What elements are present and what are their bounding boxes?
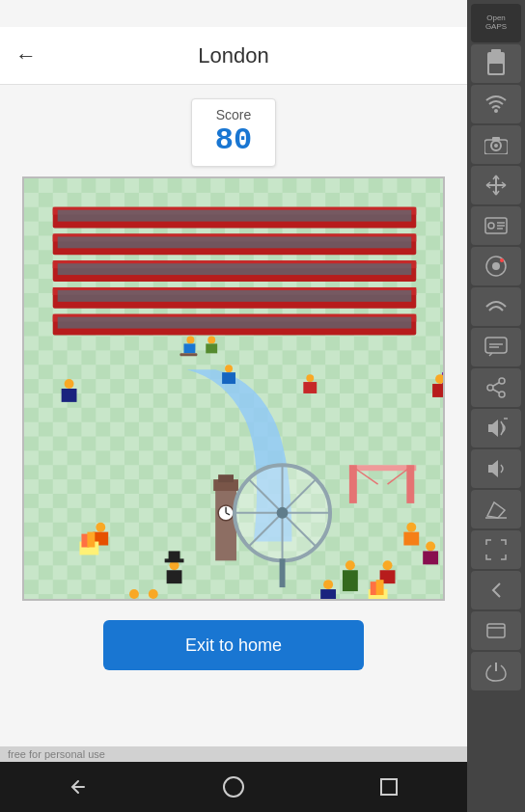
svg-rect-118 — [432, 384, 443, 397]
svg-rect-101 — [345, 560, 355, 570]
svg-rect-119 — [65, 379, 74, 389]
rp-recent-btn[interactable] — [471, 611, 521, 650]
back-button[interactable]: ← — [15, 43, 37, 68]
open-gaps-btn[interactable]: Open GAPS — [471, 4, 521, 42]
svg-point-12 — [494, 109, 498, 113]
svg-rect-88 — [167, 570, 182, 583]
svg-rect-105 — [406, 523, 416, 532]
svg-point-30 — [499, 392, 505, 397]
svg-rect-106 — [403, 532, 419, 546]
svg-rect-144 — [381, 779, 397, 795]
svg-rect-52 — [58, 290, 412, 302]
svg-rect-120 — [62, 389, 77, 402]
game-canvas — [22, 176, 445, 601]
rp-signal-btn[interactable] — [471, 287, 521, 326]
svg-point-143 — [224, 777, 243, 797]
svg-line-31 — [493, 383, 500, 387]
svg-rect-90 — [169, 551, 180, 560]
bottom-nav — [0, 762, 467, 812]
svg-rect-111 — [376, 580, 384, 595]
watermark: free for personal use — [0, 746, 467, 762]
rp-power-btn[interactable] — [471, 652, 521, 690]
svg-point-18 — [488, 223, 494, 229]
svg-line-32 — [493, 390, 500, 393]
rp-battery-btn[interactable] — [471, 44, 521, 83]
rp-share-btn[interactable] — [471, 368, 521, 407]
svg-rect-103 — [383, 560, 393, 570]
svg-rect-63 — [218, 474, 234, 482]
rp-id-btn[interactable] — [471, 206, 521, 245]
rp-rec-btn[interactable] — [471, 247, 521, 285]
rp-back-btn[interactable] — [471, 571, 521, 609]
svg-point-23 — [492, 262, 500, 270]
score-value: 80 — [215, 122, 252, 158]
svg-rect-102 — [343, 570, 358, 591]
rp-erase-btn[interactable] — [471, 490, 521, 528]
right-panel: Open GAPS — [467, 0, 525, 812]
nav-recent-button[interactable] — [365, 763, 413, 811]
svg-rect-100 — [320, 589, 336, 599]
svg-rect-123 — [186, 337, 194, 344]
svg-point-24 — [500, 258, 504, 262]
svg-rect-126 — [129, 589, 139, 599]
svg-rect-55 — [58, 317, 412, 329]
game-scene — [24, 178, 443, 599]
svg-rect-57 — [349, 465, 357, 503]
svg-rect-99 — [323, 580, 333, 589]
rp-vol-up-btn[interactable] — [471, 409, 521, 447]
svg-rect-75 — [222, 372, 235, 384]
svg-rect-107 — [426, 542, 435, 552]
main-content: ← London Score 80 — [0, 0, 467, 812]
svg-rect-49 — [58, 263, 412, 275]
score-box: Score 80 — [191, 98, 276, 167]
svg-rect-124 — [183, 343, 195, 353]
app-bar: ← London — [0, 27, 467, 85]
rp-vol-down-btn[interactable] — [471, 449, 521, 488]
score-label: Score — [215, 107, 252, 122]
svg-rect-85 — [149, 589, 158, 599]
svg-point-29 — [487, 385, 493, 391]
svg-rect-61 — [215, 484, 236, 560]
svg-rect-43 — [58, 210, 412, 222]
svg-rect-58 — [406, 465, 414, 503]
rp-move-btn[interactable] — [471, 166, 521, 204]
svg-rect-121 — [207, 337, 215, 344]
svg-rect-80 — [96, 523, 105, 532]
svg-rect-77 — [303, 382, 317, 393]
svg-rect-108 — [423, 551, 438, 564]
exit-to-home-button[interactable]: Exit to home — [103, 620, 364, 670]
svg-rect-74 — [225, 365, 233, 372]
svg-rect-46 — [58, 236, 412, 248]
svg-point-28 — [499, 378, 505, 384]
nav-home-button[interactable] — [209, 763, 258, 811]
svg-point-14 — [494, 144, 498, 148]
nav-back-button[interactable] — [54, 763, 102, 811]
svg-rect-16 — [492, 137, 500, 141]
svg-rect-35 — [487, 624, 505, 637]
rp-chat-btn[interactable] — [471, 328, 521, 366]
rp-fullscreen-btn[interactable] — [471, 530, 521, 569]
svg-rect-122 — [206, 343, 217, 353]
page-title: London — [52, 43, 415, 68]
rp-wifi-btn[interactable] — [471, 85, 521, 123]
svg-rect-73 — [280, 558, 286, 587]
svg-rect-125 — [180, 353, 198, 356]
open-gaps-label: Open GAPS — [485, 14, 507, 32]
rp-camera-btn[interactable] — [471, 125, 521, 164]
svg-rect-11 — [489, 64, 503, 73]
svg-point-72 — [277, 507, 289, 519]
svg-rect-84 — [87, 532, 95, 548]
svg-rect-25 — [485, 338, 507, 353]
svg-rect-76 — [306, 374, 314, 382]
